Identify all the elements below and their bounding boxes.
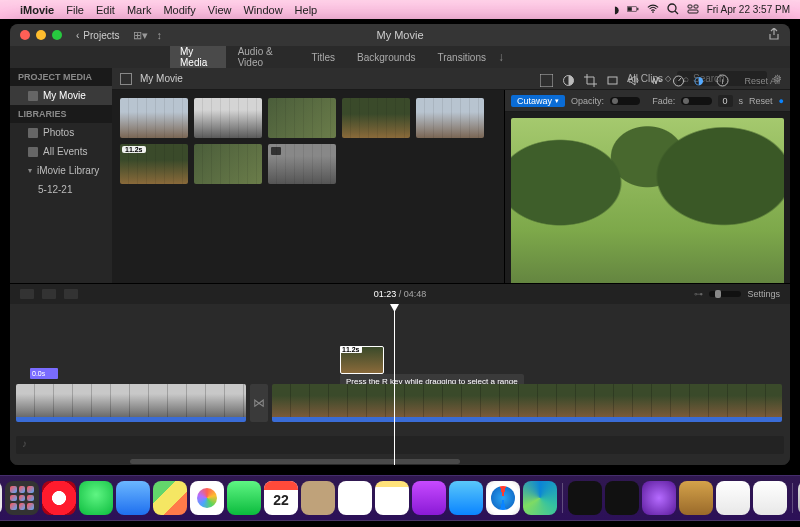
crop-icon[interactable] bbox=[584, 74, 597, 87]
snap-icon[interactable]: ⊶ bbox=[694, 289, 703, 299]
tab-titles[interactable]: Titles bbox=[302, 49, 346, 66]
dock-stocks[interactable] bbox=[605, 481, 639, 515]
dock-app[interactable] bbox=[753, 481, 787, 515]
menu-mark[interactable]: Mark bbox=[127, 4, 151, 16]
minimize-button[interactable] bbox=[36, 30, 46, 40]
chapter-marker[interactable]: 0.0s bbox=[30, 368, 58, 379]
sidebar-all-events[interactable]: All Events bbox=[10, 142, 112, 161]
battery-icon[interactable] bbox=[627, 3, 639, 17]
fade-value[interactable]: 0 bbox=[718, 95, 733, 107]
sidebar-hdr-project: PROJECT MEDIA bbox=[10, 68, 112, 86]
svg-rect-11 bbox=[608, 77, 617, 84]
photos-icon bbox=[28, 128, 38, 138]
dock-imovie[interactable] bbox=[642, 481, 676, 515]
dock-notes[interactable] bbox=[375, 481, 409, 515]
overlay-icon[interactable]: ◑ bbox=[694, 74, 707, 87]
clip-thumb[interactable] bbox=[416, 98, 484, 138]
dock-calendar[interactable]: 22 bbox=[264, 481, 298, 515]
sidebar-photos[interactable]: Photos bbox=[10, 123, 112, 142]
tab-backgrounds[interactable]: Backgrounds bbox=[347, 49, 425, 66]
close-button[interactable] bbox=[20, 30, 30, 40]
info-icon[interactable]: i bbox=[716, 74, 729, 87]
transition[interactable]: ⋈ bbox=[250, 384, 268, 422]
timeline-view-modes[interactable] bbox=[20, 289, 78, 299]
reset-all[interactable]: Reset All bbox=[744, 76, 780, 86]
dock-appstore[interactable] bbox=[449, 481, 483, 515]
tab-my-media[interactable]: My Media bbox=[170, 43, 226, 71]
pip-clip[interactable]: 11.2s bbox=[340, 346, 384, 374]
dock-mail[interactable] bbox=[116, 481, 150, 515]
dock-safari[interactable] bbox=[486, 481, 520, 515]
control-center-icon[interactable] bbox=[687, 3, 699, 17]
dock-edge[interactable] bbox=[523, 481, 557, 515]
dock-launchpad[interactable] bbox=[5, 481, 39, 515]
audio-lane[interactable] bbox=[16, 436, 784, 454]
svg-rect-8 bbox=[688, 10, 698, 13]
dock-messages[interactable] bbox=[79, 481, 113, 515]
tab-audio-video[interactable]: Audio & Video bbox=[228, 43, 300, 71]
svg-rect-1 bbox=[627, 7, 631, 11]
dock-app[interactable] bbox=[716, 481, 750, 515]
maximize-button[interactable] bbox=[52, 30, 62, 40]
color-correction-icon[interactable] bbox=[562, 74, 575, 87]
menu-modify[interactable]: Modify bbox=[163, 4, 195, 16]
fade-slider[interactable] bbox=[681, 97, 711, 105]
clip-thumb[interactable] bbox=[194, 144, 262, 184]
back-projects[interactable]: ‹ Projects bbox=[76, 30, 119, 41]
dock-podcasts[interactable] bbox=[412, 481, 446, 515]
tab-transitions[interactable]: Transitions bbox=[427, 49, 496, 66]
clip-thumb[interactable] bbox=[268, 98, 336, 138]
view-toggle-1[interactable]: ⊞▾ bbox=[133, 29, 148, 42]
titlebar: ‹ Projects ⊞▾ ↕ My Movie bbox=[10, 24, 790, 46]
overlay-mode-select[interactable]: Cutaway▾ bbox=[511, 95, 565, 107]
dock-finder[interactable] bbox=[0, 481, 2, 515]
stabilize-icon[interactable] bbox=[606, 74, 619, 87]
color-balance-icon[interactable] bbox=[540, 74, 553, 87]
menu-help[interactable]: Help bbox=[295, 4, 318, 16]
menu-edit[interactable]: Edit bbox=[96, 4, 115, 16]
dock-contacts[interactable] bbox=[301, 481, 335, 515]
dock-photos[interactable] bbox=[190, 481, 224, 515]
menu-view[interactable]: View bbox=[208, 4, 232, 16]
timeline-clip[interactable] bbox=[272, 384, 782, 422]
speed-icon[interactable] bbox=[672, 74, 685, 87]
search-icon[interactable] bbox=[667, 3, 679, 17]
menu-file[interactable]: File bbox=[66, 4, 84, 16]
dock-maps[interactable] bbox=[153, 481, 187, 515]
zoom-slider[interactable] bbox=[709, 291, 741, 297]
clip-thumb[interactable]: 11.2s bbox=[120, 144, 188, 184]
svg-text:i: i bbox=[722, 77, 724, 86]
opacity-slider[interactable] bbox=[610, 97, 640, 105]
sidebar-library[interactable]: ▾iMovie Library bbox=[10, 161, 112, 180]
dock-activity[interactable] bbox=[568, 481, 602, 515]
playhead[interactable] bbox=[394, 304, 395, 465]
import-button[interactable]: ↓ bbox=[498, 50, 504, 64]
dock-garageband[interactable] bbox=[679, 481, 713, 515]
volume-icon[interactable] bbox=[628, 74, 641, 87]
dock-opera[interactable] bbox=[42, 481, 76, 515]
svg-rect-6 bbox=[688, 5, 692, 8]
app-name[interactable]: iMovie bbox=[20, 4, 54, 16]
timeline-settings[interactable]: Settings bbox=[747, 289, 780, 299]
apply-check[interactable]: ● bbox=[779, 96, 784, 106]
view-toggle-2[interactable]: ↕ bbox=[156, 29, 162, 42]
clock[interactable]: Fri Apr 22 3:57 PM bbox=[707, 4, 790, 15]
list-view-toggle[interactable] bbox=[120, 73, 132, 85]
wifi-icon[interactable] bbox=[647, 3, 659, 17]
noise-icon[interactable] bbox=[650, 74, 663, 87]
dnd-icon[interactable]: ◗ bbox=[614, 4, 619, 15]
dock-facetime[interactable] bbox=[227, 481, 261, 515]
timeline[interactable]: 0.0s 11.2s Press the R key while draggin… bbox=[10, 304, 790, 465]
share-button[interactable] bbox=[768, 28, 780, 42]
clip-thumb[interactable] bbox=[120, 98, 188, 138]
dock-reminders[interactable] bbox=[338, 481, 372, 515]
sidebar-event-date[interactable]: 5-12-21 bbox=[10, 180, 112, 199]
clip-thumb[interactable] bbox=[268, 144, 336, 184]
timeline-clip[interactable] bbox=[16, 384, 246, 422]
sidebar-project[interactable]: My Movie bbox=[10, 86, 112, 105]
clip-thumb[interactable] bbox=[194, 98, 262, 138]
overlay-reset[interactable]: Reset bbox=[749, 96, 773, 106]
menu-window[interactable]: Window bbox=[243, 4, 282, 16]
clip-thumb[interactable] bbox=[342, 98, 410, 138]
h-scrollbar[interactable] bbox=[130, 459, 460, 464]
